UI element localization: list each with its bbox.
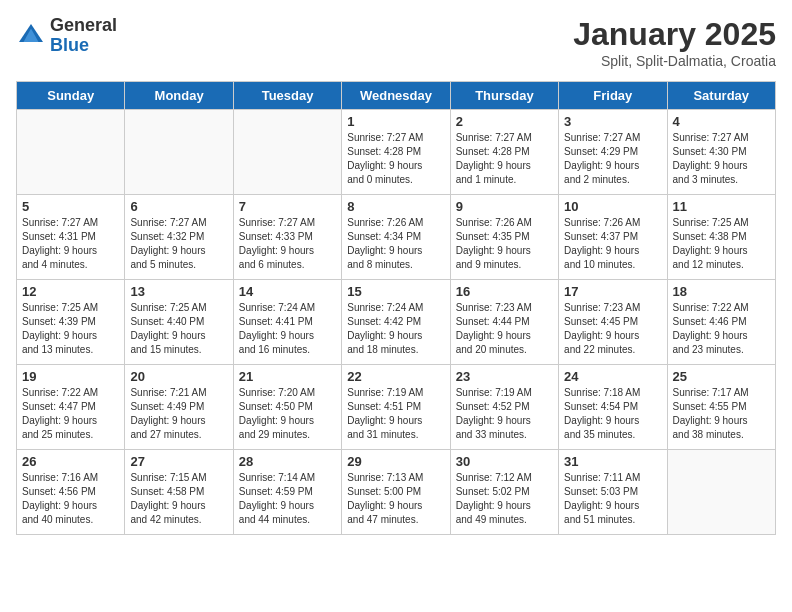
day-number: 21 — [239, 369, 336, 384]
day-detail: Sunrise: 7:23 AM Sunset: 4:45 PM Dayligh… — [564, 301, 661, 357]
logo-icon — [16, 21, 46, 51]
day-cell: 10Sunrise: 7:26 AM Sunset: 4:37 PM Dayli… — [559, 195, 667, 280]
day-cell: 2Sunrise: 7:27 AM Sunset: 4:28 PM Daylig… — [450, 110, 558, 195]
day-cell: 16Sunrise: 7:23 AM Sunset: 4:44 PM Dayli… — [450, 280, 558, 365]
day-cell: 12Sunrise: 7:25 AM Sunset: 4:39 PM Dayli… — [17, 280, 125, 365]
day-detail: Sunrise: 7:27 AM Sunset: 4:30 PM Dayligh… — [673, 131, 770, 187]
day-detail: Sunrise: 7:27 AM Sunset: 4:31 PM Dayligh… — [22, 216, 119, 272]
day-cell: 19Sunrise: 7:22 AM Sunset: 4:47 PM Dayli… — [17, 365, 125, 450]
logo-blue: Blue — [50, 36, 117, 56]
day-cell: 24Sunrise: 7:18 AM Sunset: 4:54 PM Dayli… — [559, 365, 667, 450]
day-number: 26 — [22, 454, 119, 469]
day-cell: 22Sunrise: 7:19 AM Sunset: 4:51 PM Dayli… — [342, 365, 450, 450]
header-row: SundayMondayTuesdayWednesdayThursdayFrid… — [17, 82, 776, 110]
day-cell: 6Sunrise: 7:27 AM Sunset: 4:32 PM Daylig… — [125, 195, 233, 280]
day-cell: 13Sunrise: 7:25 AM Sunset: 4:40 PM Dayli… — [125, 280, 233, 365]
day-number: 8 — [347, 199, 444, 214]
logo-general: General — [50, 16, 117, 36]
calendar-table: SundayMondayTuesdayWednesdayThursdayFrid… — [16, 81, 776, 535]
logo: General Blue — [16, 16, 117, 56]
day-number: 24 — [564, 369, 661, 384]
day-number: 1 — [347, 114, 444, 129]
week-row-4: 19Sunrise: 7:22 AM Sunset: 4:47 PM Dayli… — [17, 365, 776, 450]
day-cell: 26Sunrise: 7:16 AM Sunset: 4:56 PM Dayli… — [17, 450, 125, 535]
day-cell: 9Sunrise: 7:26 AM Sunset: 4:35 PM Daylig… — [450, 195, 558, 280]
day-detail: Sunrise: 7:26 AM Sunset: 4:34 PM Dayligh… — [347, 216, 444, 272]
day-cell: 30Sunrise: 7:12 AM Sunset: 5:02 PM Dayli… — [450, 450, 558, 535]
day-number: 18 — [673, 284, 770, 299]
day-detail: Sunrise: 7:21 AM Sunset: 4:49 PM Dayligh… — [130, 386, 227, 442]
day-number: 11 — [673, 199, 770, 214]
day-number: 22 — [347, 369, 444, 384]
day-detail: Sunrise: 7:26 AM Sunset: 4:35 PM Dayligh… — [456, 216, 553, 272]
day-number: 30 — [456, 454, 553, 469]
header-wednesday: Wednesday — [342, 82, 450, 110]
day-number: 5 — [22, 199, 119, 214]
day-cell: 21Sunrise: 7:20 AM Sunset: 4:50 PM Dayli… — [233, 365, 341, 450]
day-number: 9 — [456, 199, 553, 214]
calendar-title: January 2025 — [573, 16, 776, 53]
day-detail: Sunrise: 7:27 AM Sunset: 4:29 PM Dayligh… — [564, 131, 661, 187]
day-cell: 17Sunrise: 7:23 AM Sunset: 4:45 PM Dayli… — [559, 280, 667, 365]
week-row-1: 1Sunrise: 7:27 AM Sunset: 4:28 PM Daylig… — [17, 110, 776, 195]
day-detail: Sunrise: 7:19 AM Sunset: 4:52 PM Dayligh… — [456, 386, 553, 442]
day-detail: Sunrise: 7:14 AM Sunset: 4:59 PM Dayligh… — [239, 471, 336, 527]
calendar-subtitle: Split, Split-Dalmatia, Croatia — [573, 53, 776, 69]
day-number: 6 — [130, 199, 227, 214]
day-number: 12 — [22, 284, 119, 299]
day-number: 28 — [239, 454, 336, 469]
header-monday: Monday — [125, 82, 233, 110]
week-row-2: 5Sunrise: 7:27 AM Sunset: 4:31 PM Daylig… — [17, 195, 776, 280]
day-detail: Sunrise: 7:15 AM Sunset: 4:58 PM Dayligh… — [130, 471, 227, 527]
day-cell: 8Sunrise: 7:26 AM Sunset: 4:34 PM Daylig… — [342, 195, 450, 280]
header-sunday: Sunday — [17, 82, 125, 110]
day-cell: 11Sunrise: 7:25 AM Sunset: 4:38 PM Dayli… — [667, 195, 775, 280]
day-detail: Sunrise: 7:25 AM Sunset: 4:38 PM Dayligh… — [673, 216, 770, 272]
day-detail: Sunrise: 7:20 AM Sunset: 4:50 PM Dayligh… — [239, 386, 336, 442]
day-cell: 31Sunrise: 7:11 AM Sunset: 5:03 PM Dayli… — [559, 450, 667, 535]
day-cell — [125, 110, 233, 195]
day-number: 13 — [130, 284, 227, 299]
day-cell: 28Sunrise: 7:14 AM Sunset: 4:59 PM Dayli… — [233, 450, 341, 535]
day-cell: 5Sunrise: 7:27 AM Sunset: 4:31 PM Daylig… — [17, 195, 125, 280]
page-header: General Blue January 2025 Split, Split-D… — [16, 16, 776, 69]
day-detail: Sunrise: 7:22 AM Sunset: 4:46 PM Dayligh… — [673, 301, 770, 357]
day-cell: 20Sunrise: 7:21 AM Sunset: 4:49 PM Dayli… — [125, 365, 233, 450]
day-detail: Sunrise: 7:19 AM Sunset: 4:51 PM Dayligh… — [347, 386, 444, 442]
day-cell: 4Sunrise: 7:27 AM Sunset: 4:30 PM Daylig… — [667, 110, 775, 195]
day-detail: Sunrise: 7:25 AM Sunset: 4:40 PM Dayligh… — [130, 301, 227, 357]
day-number: 3 — [564, 114, 661, 129]
day-detail: Sunrise: 7:17 AM Sunset: 4:55 PM Dayligh… — [673, 386, 770, 442]
day-number: 25 — [673, 369, 770, 384]
day-detail: Sunrise: 7:26 AM Sunset: 4:37 PM Dayligh… — [564, 216, 661, 272]
day-number: 2 — [456, 114, 553, 129]
header-saturday: Saturday — [667, 82, 775, 110]
day-number: 14 — [239, 284, 336, 299]
day-detail: Sunrise: 7:27 AM Sunset: 4:32 PM Dayligh… — [130, 216, 227, 272]
header-friday: Friday — [559, 82, 667, 110]
day-number: 20 — [130, 369, 227, 384]
header-tuesday: Tuesday — [233, 82, 341, 110]
day-detail: Sunrise: 7:25 AM Sunset: 4:39 PM Dayligh… — [22, 301, 119, 357]
day-number: 17 — [564, 284, 661, 299]
day-number: 10 — [564, 199, 661, 214]
day-cell: 25Sunrise: 7:17 AM Sunset: 4:55 PM Dayli… — [667, 365, 775, 450]
day-cell: 29Sunrise: 7:13 AM Sunset: 5:00 PM Dayli… — [342, 450, 450, 535]
day-detail: Sunrise: 7:13 AM Sunset: 5:00 PM Dayligh… — [347, 471, 444, 527]
day-detail: Sunrise: 7:23 AM Sunset: 4:44 PM Dayligh… — [456, 301, 553, 357]
day-number: 29 — [347, 454, 444, 469]
title-block: January 2025 Split, Split-Dalmatia, Croa… — [573, 16, 776, 69]
day-number: 27 — [130, 454, 227, 469]
day-number: 23 — [456, 369, 553, 384]
day-detail: Sunrise: 7:24 AM Sunset: 4:41 PM Dayligh… — [239, 301, 336, 357]
day-detail: Sunrise: 7:24 AM Sunset: 4:42 PM Dayligh… — [347, 301, 444, 357]
day-detail: Sunrise: 7:27 AM Sunset: 4:28 PM Dayligh… — [347, 131, 444, 187]
day-cell: 7Sunrise: 7:27 AM Sunset: 4:33 PM Daylig… — [233, 195, 341, 280]
day-number: 16 — [456, 284, 553, 299]
day-detail: Sunrise: 7:27 AM Sunset: 4:28 PM Dayligh… — [456, 131, 553, 187]
week-row-5: 26Sunrise: 7:16 AM Sunset: 4:56 PM Dayli… — [17, 450, 776, 535]
day-number: 4 — [673, 114, 770, 129]
day-detail: Sunrise: 7:12 AM Sunset: 5:02 PM Dayligh… — [456, 471, 553, 527]
day-cell — [667, 450, 775, 535]
day-cell — [233, 110, 341, 195]
